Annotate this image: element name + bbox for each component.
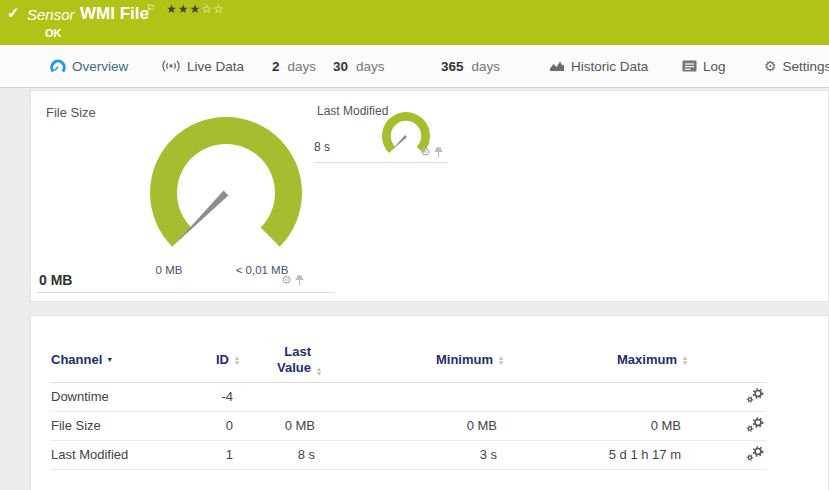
channel-settings-gears-icon[interactable] <box>746 388 764 406</box>
channel-id: 0 <box>201 411 241 440</box>
star-filled-icon[interactable]: ★★★ <box>166 2 201 16</box>
column-header-id[interactable]: ID▲▼ <box>201 338 241 382</box>
tab-number: 30 <box>333 59 348 74</box>
channel-maximum: 5 d 1 h 17 m <box>505 440 689 469</box>
channel-minimum <box>323 382 505 411</box>
file-size-tile-divider <box>37 292 335 293</box>
star-empty-icon[interactable]: ☆☆ <box>201 2 225 16</box>
tab-label: Overview <box>72 59 128 74</box>
table-row-file-size[interactable]: File Size 0 0 MB 0 MB 0 MB <box>51 411 766 440</box>
tab-settings[interactable]: ⚙ Settings <box>764 45 829 87</box>
column-header-tools <box>689 338 766 382</box>
live-signal-icon <box>161 59 181 73</box>
column-label: Minimum <box>436 352 493 367</box>
column-header-channel[interactable]: Channel▼ <box>51 338 201 382</box>
tab-30-days[interactable]: 30 days <box>333 45 385 87</box>
channel-settings-gears-icon[interactable] <box>746 417 764 435</box>
channel-id: -4 <box>201 382 241 411</box>
channel-minimum: 3 s <box>323 440 505 469</box>
column-label: Channel <box>51 352 102 367</box>
gauges-panel: File Size 0 MB < 0,01 MB 0 MB ⚙ Last Mod… <box>30 90 829 302</box>
pin-icon[interactable] <box>434 147 443 158</box>
table-row-downtime[interactable]: Downtime -4 <box>51 382 766 411</box>
sort-icon[interactable]: ▲▼ <box>497 355 505 365</box>
gear-icon: ⚙ <box>764 58 777 74</box>
sensor-kicker: Sensor <box>27 6 75 23</box>
tab-number: 2 <box>272 59 280 74</box>
flag-icon[interactable]: ⚐ <box>146 2 156 15</box>
log-icon <box>682 60 697 72</box>
last-modified-tile-divider <box>314 162 447 163</box>
gauge-min-label: 0 MB <box>134 264 204 276</box>
column-label: ID <box>216 352 229 367</box>
table-row-last-modified[interactable]: Last Modified 1 8 s 3 s 5 d 1 h 17 m <box>51 440 766 469</box>
sensor-status-text: OK <box>45 27 62 39</box>
file-size-gauge <box>144 113 308 263</box>
sort-icon[interactable]: ▲▼ <box>233 355 241 365</box>
column-label: Maximum <box>617 352 677 367</box>
channel-maximum <box>505 382 689 411</box>
tab-label: days <box>356 59 385 74</box>
file-size-gauge-tools: ⚙ <box>281 274 304 286</box>
priority-stars[interactable]: ★★★☆☆ <box>166 2 225 16</box>
gauge-settings-gear-icon[interactable]: ⚙ <box>281 274 292 286</box>
tab-label: Log <box>703 59 726 74</box>
tab-bar: Overview Live Data 2 days 30 days 365 da… <box>0 45 829 88</box>
tab-overview[interactable]: Overview <box>50 45 128 87</box>
file-size-current-value: 0 MB <box>39 272 72 288</box>
tab-label: Historic Data <box>571 59 648 74</box>
tab-historic-data[interactable]: Historic Data <box>549 45 648 87</box>
gauge-title-file-size: File Size <box>46 105 96 120</box>
tab-log[interactable]: Log <box>682 45 726 87</box>
channel-maximum: 0 MB <box>505 411 689 440</box>
channel-name[interactable]: File Size <box>51 411 201 440</box>
channels-panel: Channel▼ ID▲▼ Last Value▲▼ Minimum▲▼ Max… <box>30 315 829 490</box>
tab-live-data[interactable]: Live Data <box>161 45 244 87</box>
gauge-needle <box>392 135 408 151</box>
channel-minimum: 0 MB <box>323 411 505 440</box>
tab-365-days[interactable]: 365 days <box>441 45 500 87</box>
channel-id: 1 <box>201 440 241 469</box>
pin-icon[interactable] <box>295 275 304 286</box>
tab-label: days <box>472 59 501 74</box>
tab-2-days[interactable]: 2 days <box>272 45 316 87</box>
tab-label: Settings <box>783 59 829 74</box>
channel-name[interactable]: Last Modified <box>51 440 201 469</box>
gauge-icon <box>50 59 66 74</box>
tab-label: days <box>288 59 317 74</box>
column-header-last-value[interactable]: Last Value▲▼ <box>241 338 323 382</box>
last-modified-gauge-tools: ⚙ <box>420 146 443 158</box>
channel-last-value: 8 s <box>241 440 323 469</box>
sensor-status-bar: ✓ Sensor WMI File ⚐ ★★★☆☆ OK <box>0 0 829 45</box>
channel-last-value: 0 MB <box>241 411 323 440</box>
gauge-settings-gear-icon[interactable]: ⚙ <box>420 146 431 158</box>
sort-icon[interactable]: ▲▼ <box>315 366 323 376</box>
channel-settings-gears-icon[interactable] <box>746 446 764 464</box>
sensor-title: WMI File <box>80 4 149 24</box>
tab-number: 365 <box>441 59 464 74</box>
channel-name[interactable]: Downtime <box>51 382 201 411</box>
channel-last-value <box>241 382 323 411</box>
dropdown-caret-icon[interactable]: ▼ <box>106 356 113 363</box>
area-chart-icon <box>549 60 565 72</box>
column-label: Last Value <box>267 344 311 377</box>
last-modified-current-value: 8 s <box>314 140 330 154</box>
column-header-maximum[interactable]: Maximum▲▼ <box>505 338 689 382</box>
tab-label: Live Data <box>187 59 244 74</box>
sort-icon[interactable]: ▲▼ <box>681 355 689 365</box>
channels-table: Channel▼ ID▲▼ Last Value▲▼ Minimum▲▼ Max… <box>51 338 766 470</box>
column-header-minimum[interactable]: Minimum▲▼ <box>323 338 505 382</box>
status-ok-check-icon: ✓ <box>7 4 20 22</box>
